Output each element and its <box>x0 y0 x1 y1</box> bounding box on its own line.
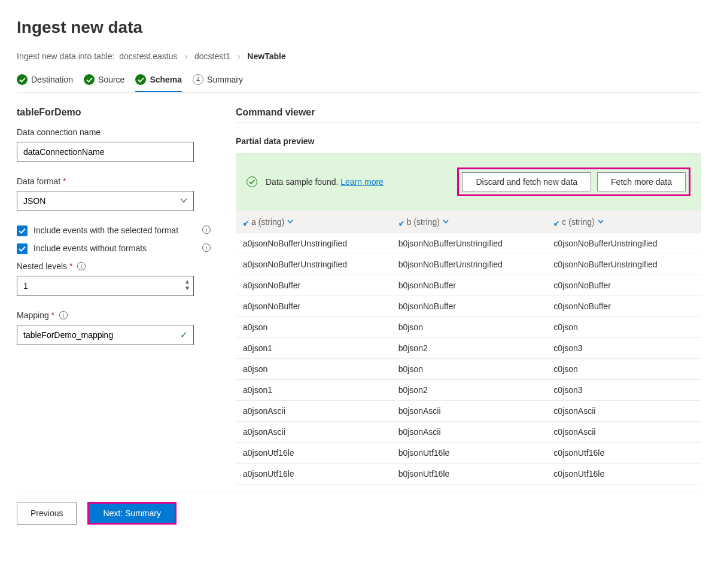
stepper-down-icon[interactable]: ▼ <box>184 285 190 291</box>
info-icon[interactable]: i <box>202 243 211 252</box>
include-no-format-checkbox[interactable] <box>17 243 28 254</box>
info-icon[interactable]: i <box>77 262 86 270</box>
table-cell: a0jsonNoBufferUnstringified <box>236 233 391 254</box>
table-cell: a0jsonNoBufferUnstringified <box>236 254 391 275</box>
column-header[interactable]: ↙b (string) <box>391 211 547 233</box>
fetch-buttons-highlight: Discard and fetch new data Fetch more da… <box>457 167 690 196</box>
step-summary[interactable]: 4 Summary <box>193 74 243 92</box>
table-cell: b0jsonUtf16le <box>391 464 547 485</box>
info-icon[interactable]: i <box>202 226 211 234</box>
table-row: a0json1b0json2c0json3 <box>236 338 701 359</box>
column-type-icon: ↙ <box>553 219 559 227</box>
preview-pane: Command viewer Partial data preview Data… <box>236 107 701 485</box>
command-viewer-heading: Command viewer <box>236 107 701 123</box>
number-stepper[interactable]: ▲ ▼ <box>184 278 190 291</box>
step-label: Source <box>98 75 124 84</box>
table-row: a0jsonNoBufferb0jsonNoBufferc0jsonNoBuff… <box>236 275 701 296</box>
include-selected-format-checkbox[interactable] <box>17 226 28 236</box>
previous-button[interactable]: Previous <box>17 502 77 525</box>
include-no-format-row: Include events without formats i <box>17 243 214 254</box>
table-cell: c0jsonUtf16le <box>546 464 701 485</box>
table-cell: a0jsonNoBuffer <box>236 296 391 317</box>
table-cell: c0jsonAscii <box>546 422 701 443</box>
table-cell: a0json <box>236 317 391 338</box>
table-cell: a0jsonAscii <box>236 401 391 422</box>
table-cell: c0json <box>546 359 701 380</box>
table-row: a0jsonNoBufferb0jsonNoBufferc0jsonNoBuff… <box>236 296 701 317</box>
learn-more-link[interactable]: Learn more <box>340 177 384 187</box>
table-cell: b0json <box>391 359 547 380</box>
include-selected-format-label: Include events with the selected format <box>34 226 178 235</box>
nested-levels-input[interactable] <box>17 276 194 296</box>
column-type-icon: ↙ <box>398 219 404 227</box>
info-icon[interactable]: i <box>59 311 68 319</box>
chevron-right-icon: › <box>238 51 241 61</box>
chevron-down-icon <box>442 217 449 227</box>
mapping-input[interactable] <box>17 325 194 345</box>
table-cell: b0jsonNoBufferUnstringified <box>391 233 547 254</box>
step-label: Summary <box>207 75 243 84</box>
column-header[interactable]: ↙c (string) <box>546 211 701 233</box>
table-cell: b0jsonNoBufferUnstringified <box>391 254 547 275</box>
message-text: Data sample found. Learn more <box>266 177 384 187</box>
table-row: a0json1b0json2c0json3 <box>236 380 701 401</box>
table-cell: a0jsonNoBuffer <box>236 275 391 296</box>
column-type-icon: ↙ <box>243 219 249 227</box>
table-cell: b0jsonNoBuffer <box>391 275 547 296</box>
stepper-up-icon[interactable]: ▲ <box>184 278 190 285</box>
table-cell: c0jsonAscii <box>546 401 701 422</box>
table-cell: c0jsonUtf16le <box>546 443 701 464</box>
table-row: a0jsonUtf16leb0jsonUtf16lec0jsonUtf16le <box>236 443 701 464</box>
table-row: a0jsonNoBufferUnstringifiedb0jsonNoBuffe… <box>236 254 701 275</box>
table-cell: b0json2 <box>391 338 547 359</box>
table-cell: c0jsonNoBufferUnstringified <box>546 254 701 275</box>
table-cell: b0jsonAscii <box>391 401 547 422</box>
preview-table: ↙a (string)↙b (string)↙c (string) a0json… <box>236 211 701 485</box>
connection-name-input[interactable] <box>17 142 194 162</box>
table-cell: a0json <box>236 359 391 380</box>
breadcrumb-crumb-1[interactable]: docstest1 <box>194 51 230 61</box>
table-row: a0jsonb0jsonc0json <box>236 317 701 338</box>
step-schema[interactable]: Schema <box>135 74 182 92</box>
preview-title: Partial data preview <box>236 136 701 146</box>
form-pane: tableForDemo Data connection name Data f… <box>17 107 214 485</box>
table-row: a0jsonAsciib0jsonAsciic0jsonAscii <box>236 401 701 422</box>
mapping-label: Mapping <box>17 310 54 320</box>
data-format-select[interactable] <box>17 191 194 211</box>
table-cell: c0jsonNoBufferUnstringified <box>546 233 701 254</box>
discard-fetch-button[interactable]: Discard and fetch new data <box>462 172 591 191</box>
table-cell: b0jsonNoBuffer <box>391 296 547 317</box>
check-circle-icon <box>84 74 95 85</box>
step-source[interactable]: Source <box>84 74 124 92</box>
step-destination[interactable]: Destination <box>17 74 73 92</box>
nested-levels-label: Nested levels <box>17 261 72 271</box>
table-row: a0jsonNoBufferUnstringifiedb0jsonNoBuffe… <box>236 233 701 254</box>
breadcrumb-crumb-2[interactable]: NewTable <box>247 51 285 61</box>
check-circle-icon <box>17 74 28 85</box>
next-summary-button[interactable]: Next: Summary <box>89 504 174 523</box>
table-cell: c0jsonNoBuffer <box>546 296 701 317</box>
include-selected-format-row: Include events with the selected format … <box>17 226 214 236</box>
data-format-label: Data format <box>17 176 214 186</box>
table-row: a0jsonAsciib0jsonAsciic0jsonAscii <box>236 422 701 443</box>
table-cell: c0jsonNoBuffer <box>546 275 701 296</box>
page-title: Ingest new data <box>17 18 701 37</box>
breadcrumb-crumb-0[interactable]: docstest.eastus <box>119 51 177 61</box>
data-sample-message: Data sample found. Learn more Discard an… <box>236 153 701 211</box>
table-row: a0jsonUtf16leb0jsonUtf16lec0jsonUtf16le <box>236 464 701 485</box>
check-icon: ✓ <box>180 330 188 340</box>
chevron-right-icon: › <box>184 51 187 61</box>
fetch-more-button[interactable]: Fetch more data <box>597 172 686 191</box>
table-cell: c0json3 <box>546 338 701 359</box>
table-cell: a0jsonUtf16le <box>236 443 391 464</box>
table-cell: c0json <box>546 317 701 338</box>
column-header[interactable]: ↙a (string) <box>236 211 391 233</box>
table-cell: b0jsonAscii <box>391 422 547 443</box>
table-cell: b0json <box>391 317 547 338</box>
step-label: Schema <box>150 75 182 84</box>
success-circle-icon <box>247 176 257 187</box>
chevron-down-icon <box>597 217 604 227</box>
table-cell: b0jsonUtf16le <box>391 443 547 464</box>
table-cell: b0json2 <box>391 380 547 401</box>
table-name-heading: tableForDemo <box>17 107 214 118</box>
